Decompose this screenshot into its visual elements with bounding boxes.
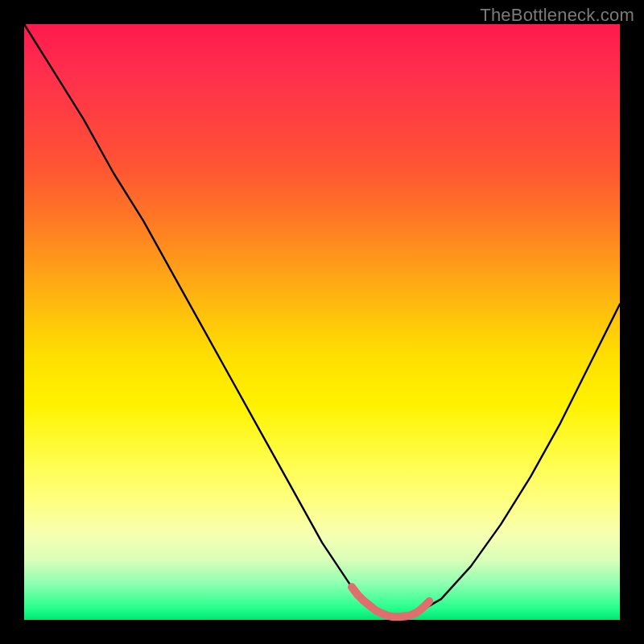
watermark-text: TheBottleneck.com [480, 5, 634, 26]
bottleneck-curve [24, 24, 620, 617]
chart-frame: TheBottleneck.com [0, 0, 644, 644]
curve-layer [24, 24, 620, 620]
optimal-band [352, 587, 429, 617]
plot-area [24, 24, 620, 620]
